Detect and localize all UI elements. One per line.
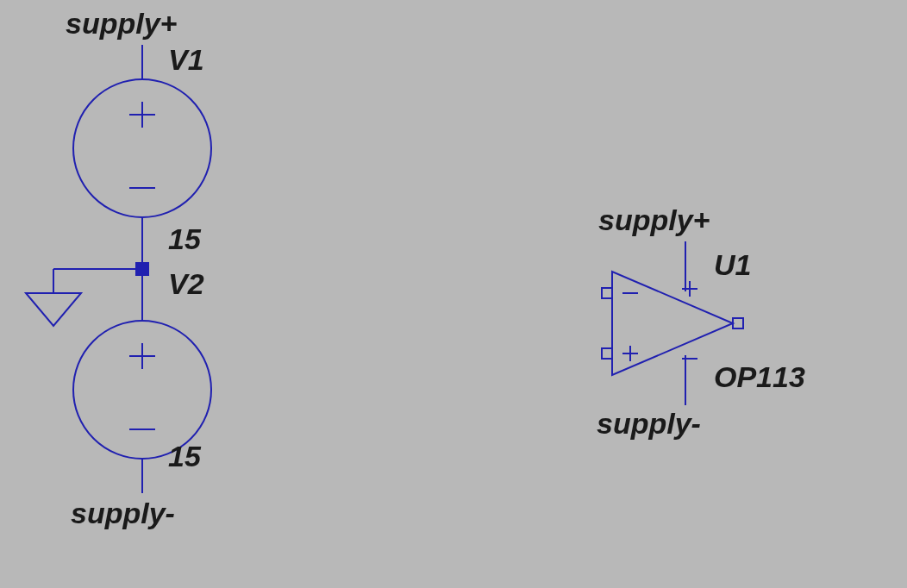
- svg-rect-18: [602, 288, 612, 298]
- value-v1[interactable]: 15: [168, 222, 201, 256]
- svg-rect-19: [602, 348, 612, 359]
- junction-node: [135, 262, 149, 276]
- value-v2[interactable]: 15: [168, 440, 201, 473]
- svg-point-10: [73, 321, 211, 459]
- svg-marker-14: [26, 293, 81, 326]
- refdes-v2[interactable]: V2: [168, 267, 204, 301]
- voltage-source-v2[interactable]: [73, 321, 211, 459]
- net-label-supply-minus-right[interactable]: supply-: [597, 407, 701, 441]
- svg-point-6: [73, 79, 211, 217]
- voltage-source-v1[interactable]: [73, 79, 211, 217]
- refdes-u1[interactable]: U1: [714, 248, 751, 282]
- part-u1[interactable]: OP113: [714, 360, 805, 394]
- net-label-supply-plus-left[interactable]: supply+: [66, 7, 177, 41]
- refdes-v1[interactable]: V1: [168, 43, 204, 77]
- net-label-supply-plus-right[interactable]: supply+: [598, 203, 710, 237]
- net-label-supply-minus-left[interactable]: supply-: [71, 497, 175, 530]
- ground-symbol[interactable]: [26, 293, 81, 326]
